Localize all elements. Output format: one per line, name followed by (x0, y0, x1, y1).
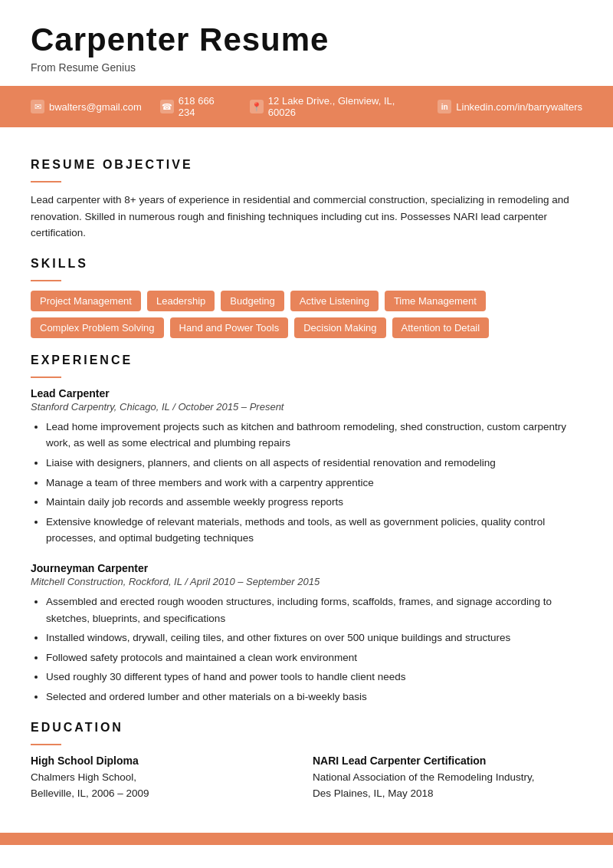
job-bullet: Lead home improvement projects such as k… (46, 419, 582, 452)
skill-badge: Budgeting (221, 291, 284, 311)
job-bullets: Lead home improvement projects such as k… (31, 419, 582, 547)
experience-divider (31, 376, 61, 378)
skill-badge: Project Management (31, 291, 141, 311)
education-item: High School DiplomaChalmers High School,… (31, 755, 300, 802)
experience-container: Lead CarpenterStanford Carpentry, Chicag… (31, 387, 582, 705)
skill-badge: Leadership (147, 291, 215, 311)
skills-title: SKILLS (31, 257, 582, 274)
education-divider (31, 744, 61, 745)
job-bullet: Liaise with designers, planners, and cli… (46, 455, 582, 472)
objective-text: Lead carpenter with 8+ years of experien… (31, 192, 582, 242)
job-title: Lead Carpenter (31, 387, 582, 399)
job-bullet: Extensive knowledge of relevant material… (46, 514, 582, 547)
experience-section: EXPERIENCE Lead CarpenterStanford Carpen… (31, 353, 582, 705)
skill-badge: Decision Making (294, 317, 385, 338)
objective-title: RESUME OBJECTIVE (31, 158, 582, 175)
skill-badge: Time Management (385, 291, 486, 311)
experience-job: Lead CarpenterStanford Carpentry, Chicag… (31, 387, 582, 547)
skills-section: SKILLS Project ManagementLeadershipBudge… (31, 257, 582, 338)
job-bullet: Manage a team of three members and work … (46, 475, 582, 492)
job-bullets: Assembled and erected rough wooden struc… (31, 593, 582, 705)
education-section: EDUCATION High School DiplomaChalmers Hi… (31, 721, 582, 802)
edu-degree: NARI Lead Carpenter Certification (313, 755, 582, 767)
edu-location: Belleville, IL, 2006 – 2009 (31, 785, 300, 802)
job-bullet: Followed safety protocols and maintained… (46, 649, 582, 666)
edu-school: Chalmers High School, (31, 769, 300, 786)
contact-address: 📍 12 Lake Drive., Glenview, IL, 60026 (250, 95, 419, 118)
skill-badge: Hand and Power Tools (170, 317, 289, 338)
job-title: Journeyman Carpenter (31, 562, 582, 574)
header-section: Carpenter Resume From Resume Genius (0, 0, 613, 86)
phone-icon: ☎ (160, 100, 174, 113)
job-bullet: Maintain daily job records and assemble … (46, 494, 582, 511)
contact-linkedin: in Linkedin.com/in/barrywalters (438, 100, 582, 113)
skill-badge: Attention to Detail (392, 317, 490, 338)
objective-section: RESUME OBJECTIVE Lead carpenter with 8+ … (31, 158, 582, 242)
skill-badge: Active Listening (290, 291, 379, 311)
linkedin-icon: in (438, 100, 451, 113)
job-meta: Mitchell Construction, Rockford, IL / Ap… (31, 576, 582, 587)
main-content: RESUME OBJECTIVE Lead carpenter with 8+ … (0, 127, 613, 817)
skills-divider (31, 280, 61, 281)
experience-job: Journeyman CarpenterMitchell Constructio… (31, 562, 582, 705)
edu-degree: High School Diploma (31, 755, 300, 767)
footer-bar (0, 833, 613, 845)
job-meta: Stanford Carpentry, Chicago, IL / Octobe… (31, 401, 582, 413)
education-title: EDUCATION (31, 721, 582, 738)
education-container: High School DiplomaChalmers High School,… (31, 755, 582, 802)
experience-title: EXPERIENCE (31, 353, 582, 370)
email-icon: ✉ (31, 100, 44, 113)
contact-phone: ☎ 618 666 234 (160, 95, 231, 118)
contact-bar: ✉ bwalters@gmail.com ☎ 618 666 234 📍 12 … (0, 86, 613, 127)
skill-badge: Complex Problem Solving (31, 317, 164, 338)
objective-divider (31, 181, 61, 182)
edu-location: Des Plaines, IL, May 2018 (313, 785, 582, 802)
job-bullet: Installed windows, drywall, ceiling tile… (46, 630, 582, 646)
resume-title: Carpenter Resume (31, 21, 582, 58)
job-bullet: Selected and ordered lumber and other ma… (46, 689, 582, 705)
resume-subtitle: From Resume Genius (31, 61, 582, 74)
skills-container: Project ManagementLeadershipBudgetingAct… (31, 291, 582, 338)
edu-school: National Association of the Remodeling I… (313, 769, 582, 786)
location-icon: 📍 (250, 100, 264, 113)
contact-email: ✉ bwalters@gmail.com (31, 100, 142, 113)
education-item: NARI Lead Carpenter CertificationNationa… (313, 755, 582, 802)
job-bullet: Used roughly 30 different types of hand … (46, 669, 582, 686)
job-bullet: Assembled and erected rough wooden struc… (46, 593, 582, 626)
